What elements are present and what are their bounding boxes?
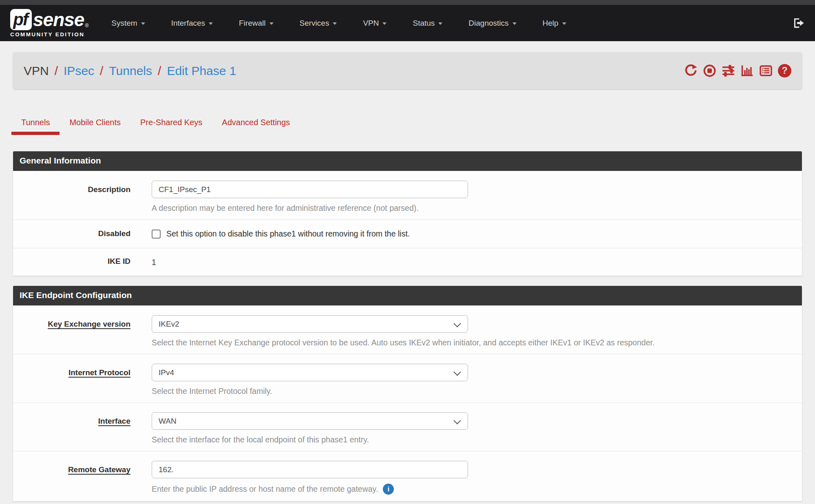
breadcrumb-actions: ?	[684, 64, 791, 77]
form-sections: General Information Description	[0, 151, 815, 501]
breadcrumb-segment-edit-phase-1: / Edit Phase 1	[152, 64, 236, 78]
field-label: IKE ID	[108, 257, 130, 265]
section-ike-endpoint-configuration: IKE Endpoint Configuration Key Exchange …	[13, 286, 802, 501]
help-text: A description may be entered here for ad…	[152, 203, 419, 213]
logo-sense-text: sense	[33, 9, 84, 30]
refresh-icon[interactable]	[684, 64, 698, 77]
sliders-icon[interactable]	[722, 64, 735, 77]
breadcrumb-bar: VPN / IPsec / Tunnels / Edit Phase 1	[13, 52, 802, 89]
form-row-remote-gateway: Remote Gateway Enter the public IP addre…	[13, 451, 802, 501]
form-row-disabled: Disabled Set this option to disable this…	[13, 219, 802, 248]
chevron-down-icon	[269, 22, 274, 25]
registered-mark: ®	[85, 23, 88, 29]
disabled-checkbox[interactable]	[152, 230, 161, 239]
form-row-interface: Interface WAN	[13, 402, 802, 451]
section-header: IKE Endpoint Configuration	[13, 286, 802, 305]
pfsense-logo[interactable]: pf sense ® COMMUNITY EDITION	[10, 9, 88, 38]
logo-tagline: COMMUNITY EDITION	[10, 31, 88, 38]
nav-menu: System Interfaces Firewall Services VPN	[111, 19, 566, 28]
help-text: Select the Internet Protocol family.	[152, 387, 272, 396]
sign-out-icon[interactable]	[793, 17, 805, 29]
form-row-description: Description A description may be entered…	[13, 171, 802, 219]
section-body: Description A description may be entered…	[13, 171, 802, 276]
nav-item-system[interactable]: System	[111, 19, 145, 28]
breadcrumb-segment-ipsec: / IPsec	[49, 64, 94, 78]
chevron-down-icon	[562, 22, 566, 25]
pf-logo-mark: pf	[10, 9, 32, 30]
internet-protocol-select[interactable]: IPv4	[152, 364, 468, 381]
nav-item-help[interactable]: Help	[543, 19, 566, 28]
tab-bar: Tunnels Mobile Clients Pre-Shared Keys A…	[11, 113, 802, 135]
top-strip	[0, 0, 815, 5]
nav-item-vpn[interactable]: VPN	[363, 19, 387, 28]
help-text: Enter the public IP address or host name…	[152, 484, 378, 494]
field-label: Description	[88, 185, 130, 194]
chevron-down-icon	[141, 22, 145, 25]
stop-circle-icon[interactable]	[703, 64, 716, 77]
section-general-information: General Information Description	[13, 151, 802, 276]
nav-item-services[interactable]: Services	[300, 19, 337, 28]
nav-item-diagnostics[interactable]: Diagnostics	[468, 19, 516, 28]
nav-item-interfaces[interactable]: Interfaces	[171, 19, 213, 28]
help-text: Select the interface for the local endpo…	[152, 435, 369, 444]
tab-advanced-settings[interactable]: Advanced Settings	[212, 113, 300, 135]
field-label: Interface	[98, 417, 130, 425]
chevron-down-icon	[512, 22, 517, 25]
tab-tunnels[interactable]: Tunnels	[11, 113, 60, 135]
breadcrumb-segment-vpn: VPN	[24, 64, 49, 78]
field-label: Remote Gateway	[68, 465, 130, 474]
section-header: General Information	[13, 151, 802, 171]
breadcrumb-separator: /	[55, 64, 58, 78]
chevron-down-icon	[382, 22, 387, 25]
form-row-ike-id: IKE ID 1	[13, 248, 802, 276]
breadcrumb: VPN / IPsec / Tunnels / Edit Phase 1	[24, 64, 236, 78]
section-body: Key Exchange version IKEv2	[13, 305, 802, 501]
field-label: Internet Protocol	[68, 368, 130, 377]
breadcrumb-separator: /	[100, 64, 103, 78]
help-text: Select the Internet Key Exchange protoco…	[152, 338, 655, 347]
chevron-down-icon	[209, 22, 213, 25]
chevron-down-icon	[438, 22, 442, 25]
description-input[interactable]	[152, 181, 468, 198]
help-icon[interactable]: ?	[778, 64, 791, 77]
key-exchange-version-select[interactable]: IKEv2	[152, 315, 468, 333]
field-label: Key Exchange version	[48, 320, 130, 328]
breadcrumb-segment-tunnels: / Tunnels	[94, 64, 152, 78]
form-row-internet-protocol: Internet Protocol IPv4	[13, 354, 802, 402]
tab-pre-shared-keys[interactable]: Pre-Shared Keys	[130, 113, 212, 135]
bar-chart-icon[interactable]	[740, 64, 754, 77]
breadcrumb-separator: /	[158, 64, 161, 78]
form-row-key-exchange-version: Key Exchange version IKEv2	[13, 305, 802, 354]
remote-gateway-input[interactable]	[152, 461, 468, 478]
interface-select[interactable]: WAN	[152, 412, 468, 430]
list-icon[interactable]	[759, 64, 773, 77]
nav-item-status[interactable]: Status	[413, 19, 442, 28]
chevron-down-icon	[333, 22, 337, 25]
field-label: Disabled	[98, 229, 130, 238]
static-value: 1	[152, 257, 802, 267]
nav-item-firewall[interactable]: Firewall	[239, 19, 273, 28]
info-circle-icon[interactable]: i	[383, 484, 394, 495]
navbar: pf sense ® COMMUNITY EDITION System Inte…	[0, 5, 815, 41]
tab-mobile-clients[interactable]: Mobile Clients	[60, 113, 130, 135]
